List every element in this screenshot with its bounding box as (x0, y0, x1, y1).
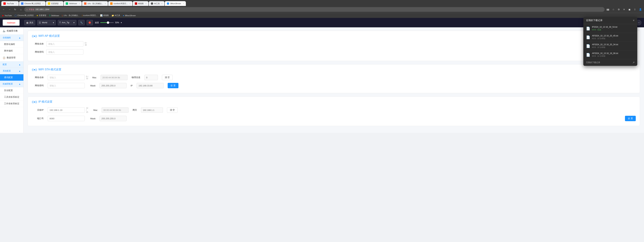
sidebar-item-system-config[interactable]: 系统配置 ▲ (0, 68, 24, 74)
tab-research[interactable]: 研报客 × (133, 1, 148, 6)
tab-ai-tools[interactable]: AI工具 × (149, 1, 164, 6)
markers-btn[interactable]: 🔴 (86, 20, 93, 25)
download-item-meta-2: 43 B · 10 分钟前 (592, 46, 634, 49)
bookmark-3blue1brown[interactable]: ● 3Blue1Brown (122, 14, 137, 17)
tab-ai-tools-close[interactable]: × (162, 3, 162, 5)
bookmark-star-class[interactable]: ★ 巨星课堂 (36, 14, 47, 17)
tab-skillshare-close[interactable]: × (79, 3, 80, 5)
ip-mode-clear-button[interactable]: 清 空 (167, 107, 178, 113)
bookmark-ai-tools[interactable]: 📁 AI工具 (110, 14, 121, 17)
tab-research-close[interactable]: × (146, 3, 146, 5)
speed-label: 速度 (95, 21, 99, 24)
ip-mode-target-ip-input[interactable] (48, 107, 85, 113)
tab-3blue1brown-close[interactable]: × (183, 3, 184, 5)
bookmark-research[interactable]: 📊 研报客 (99, 14, 110, 17)
wifi-sta-clear-button[interactable]: 清 空 (162, 75, 173, 80)
wifi-sta-name-input[interactable] (48, 75, 85, 80)
arm-dropdown-arrow: ▼ (73, 22, 75, 24)
iconfont-favicon (110, 2, 112, 5)
bookmark-star-icon: ★ (36, 14, 38, 17)
app-logo: realman (3, 20, 20, 26)
download-footer-icon[interactable]: ↗ (632, 61, 634, 64)
back-button[interactable]: ← (1, 7, 6, 12)
download-file-icon-0: 📄 (586, 27, 590, 31)
extension-button[interactable]: ⚙ (616, 7, 621, 12)
ip-mode-port-input[interactable] (48, 116, 85, 121)
cast-button[interactable]: ▮▮ (606, 7, 610, 12)
wifi-ap-name-input-wrapper: 0 / 32 (46, 41, 84, 47)
download-panel-close-button[interactable]: × (633, 19, 634, 22)
sidebar-item-arm-config[interactable]: 机械臂配置 ▲ (0, 81, 24, 87)
ip-mode-title: ((●)) IP 模式设置 (32, 100, 636, 104)
download-footer-link[interactable]: 完整的下载记录 (586, 61, 600, 64)
forward-button[interactable]: → (7, 7, 12, 12)
profile-button[interactable]: 👤 (638, 7, 643, 12)
bookmark-button[interactable]: ☆ (611, 7, 616, 12)
insecure-label: 不安全 (29, 8, 34, 11)
wifi-sta-channel-input[interactable] (144, 75, 158, 80)
bookmark-chrome-apps[interactable]: ◯ Chrome 网上应用店 (14, 14, 35, 17)
ip-mode-mask-input[interactable] (100, 116, 126, 121)
tab-chrome-apps-close[interactable]: × (42, 3, 44, 5)
wifi-sta-channel-label: 物理信道 (132, 76, 140, 79)
exit-icon: → (638, 21, 640, 24)
sidebar-item-robot-teaching[interactable]: 🦾 机械臂示教 (0, 27, 24, 35)
download-button[interactable]: ⇩ (632, 7, 637, 12)
skillshare-favicon (66, 2, 68, 5)
tab-chrome-apps[interactable]: Chrome 网上应用店 × (19, 1, 46, 6)
tab-youtube[interactable]: YouTube × (1, 1, 19, 6)
bookmark-skillshare[interactable]: S Skillshare (48, 14, 60, 17)
mode-button[interactable]: 🤖 真实 (24, 20, 35, 25)
ip-mode-set-button[interactable]: 设 置 (625, 116, 636, 121)
world-selector[interactable]: ☷ World ▼ (37, 20, 56, 25)
sidebar-item-safety-config[interactable]: 安全配置 (0, 87, 24, 94)
bookmark-lks[interactable]: L LKs - 良心到难以... (61, 14, 80, 17)
tab-star-class-close[interactable]: × (60, 3, 61, 5)
home-button[interactable]: ⌂ (18, 7, 23, 12)
sidebar-item-graphical-programming[interactable]: 图形化编程 (0, 41, 24, 48)
ip-mode-row2: 端口号 Mask 设 置 (32, 116, 636, 121)
puzzle-button[interactable]: ◼ (627, 7, 632, 12)
wifi-ap-name-input[interactable] (46, 41, 84, 47)
wifi-sta-mask-label: Mask (89, 84, 96, 87)
sidebar-item-comm-config[interactable]: 通讯配置 (0, 74, 24, 81)
sidebar-item-config[interactable]: 配置 ▲ (0, 61, 24, 68)
tab-iconfont[interactable]: iconfont-阿里巴... × (108, 1, 132, 6)
wifi-sta-set-button[interactable]: 设 置 (168, 83, 178, 88)
refresh-button[interactable]: ↻ (13, 7, 18, 12)
address-bar[interactable]: ⚠ 不安全 192.168.1.19/#/ (24, 7, 604, 12)
tab-lks-close[interactable]: × (105, 3, 106, 5)
bookmark-iconfont[interactable]: i iconfont-阿里巴... (81, 14, 98, 17)
sidebar-item-online-programming[interactable]: 在线编程 ▲ (0, 35, 24, 41)
tab-youtube-close[interactable]: × (16, 3, 17, 5)
sidebar-item-script-programming[interactable]: 脚本编程 (0, 48, 24, 54)
research-favicon (135, 2, 137, 5)
download-file-icon-2: 📄 (586, 44, 590, 48)
ip-mode-gateway-input[interactable] (141, 107, 163, 113)
sidebar-item-work-coord[interactable]: 工作坐标系标定 (0, 100, 24, 107)
ip-mode-row1: 目标IP 12 / 15 Mac 网关 清 空 (32, 107, 636, 113)
speed-slider-thumb[interactable] (107, 22, 109, 24)
close-extension-button[interactable]: ✕ (622, 7, 626, 12)
tab-star-class[interactable]: 巨星课堂 × (46, 1, 63, 6)
lks-favicon (84, 2, 86, 5)
sidebar-item-tool-coord[interactable]: 工具坐标系标定 (0, 94, 24, 100)
sidebar-item-data-management[interactable]: 📋 数据管理 (0, 54, 24, 61)
download-item-meta-0: 54 B · 完成 (592, 29, 634, 31)
speed-slider-wrapper[interactable] (100, 22, 114, 23)
browser-chrome: YouTube × Chrome 网上应用店 × 巨星课堂 × Skillsha… (0, 0, 644, 18)
tab-3blue1brown[interactable]: 3Blue1Brown × (165, 1, 186, 6)
wifi-sta-ip-input[interactable] (137, 83, 164, 88)
bookmark-ai-label: AI工具 (115, 14, 120, 17)
bookmark-youtube[interactable]: ▶ YouTube (1, 14, 13, 17)
wifi-sta-password-input[interactable] (48, 83, 85, 88)
arm-selector[interactable]: T Arm_Tip ▼ (58, 20, 76, 25)
wifi-sta-mask-input[interactable] (100, 83, 126, 88)
speed-slider[interactable] (100, 22, 114, 23)
tab-iconfont-close[interactable]: × (130, 3, 130, 5)
wifi-ap-password-input[interactable] (46, 49, 84, 55)
content-area: ((●)) WIFI AP 模式设置 网络名称 0 / 32 网络密码 ((●)… (24, 27, 644, 133)
tools-btn[interactable]: 🔧 (78, 20, 84, 25)
tab-lks[interactable]: LKs - 良心到难以... × (82, 1, 108, 6)
tab-skillshare[interactable]: Skillshare × (64, 1, 82, 6)
